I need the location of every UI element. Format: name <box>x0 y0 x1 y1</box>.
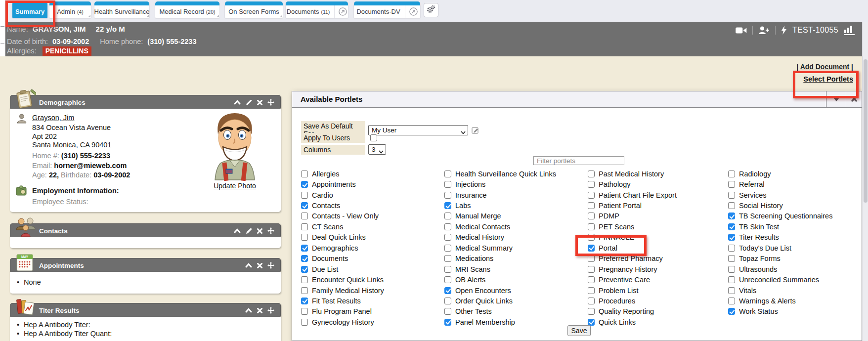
external-link-icon[interactable] <box>334 5 347 18</box>
checkbox-label[interactable]: Medical History <box>455 233 504 241</box>
checkbox-label[interactable]: Due List <box>312 265 338 273</box>
checkbox-label[interactable]: Procedures <box>599 297 635 305</box>
portlet-checkbox-row[interactable]: Fit Test Results <box>301 296 384 306</box>
checkbox[interactable] <box>301 245 308 252</box>
portlet-checkbox-row[interactable]: Health Surveillance Quick Links <box>444 169 556 179</box>
checkbox[interactable] <box>444 202 451 209</box>
tab-health-surveillance[interactable]: Health Surveillance <box>94 1 149 18</box>
checkbox[interactable] <box>588 276 595 283</box>
checkbox[interactable] <box>444 192 451 199</box>
checkbox-label[interactable]: Encounter Quick Links <box>312 276 384 284</box>
close-icon[interactable] <box>257 100 262 105</box>
close-icon[interactable] <box>257 263 262 268</box>
portlet-checkbox-row[interactable]: Pregnancy History <box>588 264 677 274</box>
checkbox[interactable] <box>728 266 735 273</box>
checkbox[interactable] <box>588 223 595 230</box>
portlet-checkbox-row[interactable]: Deal Quick Links <box>301 232 384 243</box>
checkbox[interactable] <box>444 213 451 219</box>
pencil-icon[interactable] <box>246 228 252 234</box>
portlet-checkbox-row[interactable]: Contacts - View Only <box>301 211 384 221</box>
checkbox-label[interactable]: Quick Links <box>599 318 636 326</box>
checkbox[interactable] <box>728 181 735 188</box>
checkbox[interactable] <box>728 192 735 199</box>
portlet-checkbox-row[interactable]: Topaz Forms <box>728 254 832 264</box>
portlet-checkbox-row[interactable]: Cardio <box>301 190 384 200</box>
checkbox[interactable] <box>444 234 451 241</box>
checkbox[interactable] <box>301 308 308 315</box>
portlet-checkbox-row[interactable]: Insurance <box>444 190 556 200</box>
portlet-checkbox-row[interactable]: Open Encounters <box>444 285 556 296</box>
portlet-checkbox-row[interactable]: Unreconciled Summaries <box>728 274 832 285</box>
checkbox[interactable] <box>301 287 308 294</box>
external-link-icon[interactable] <box>405 5 418 18</box>
checkbox[interactable] <box>588 202 595 209</box>
apply-to-users-checkbox[interactable] <box>370 134 377 141</box>
move-icon[interactable] <box>267 262 274 269</box>
portlet-checkbox-row[interactable]: Due List <box>301 264 384 274</box>
checkbox[interactable] <box>444 181 451 188</box>
checkbox[interactable] <box>301 181 308 188</box>
checkbox[interactable] <box>588 298 595 304</box>
checkbox-label[interactable]: Radiology <box>739 170 771 178</box>
checkbox[interactable] <box>728 213 735 219</box>
portlet-checkbox-row[interactable]: Demographics <box>301 243 384 253</box>
portlet-checkbox-row[interactable]: Problem List <box>588 285 677 296</box>
portlet-checkbox-row[interactable]: Medical Contacts <box>444 221 556 232</box>
checkbox[interactable] <box>728 298 735 304</box>
vertical-scrollbar[interactable] <box>862 22 868 341</box>
portlet-checkbox-row[interactable]: Procedures <box>588 296 677 306</box>
portlet-checkbox-row[interactable]: Manual Merge <box>444 211 556 221</box>
save-as-default-select[interactable]: My User <box>368 125 468 135</box>
portlet-checkbox-row[interactable]: Medical History <box>444 232 556 243</box>
checkbox-label[interactable]: Demographics <box>312 244 358 252</box>
checkbox[interactable] <box>728 255 735 262</box>
checkbox-label[interactable]: Manual Merge <box>455 212 501 220</box>
video-camera-icon[interactable] <box>736 27 747 34</box>
chevron-up-icon[interactable] <box>245 308 252 313</box>
checkbox-label[interactable]: Open Encounters <box>455 287 511 295</box>
portlet-checkbox-row[interactable]: Medications <box>444 254 556 264</box>
checkbox-label[interactable]: Gynecology History <box>312 318 374 326</box>
checkbox-label[interactable]: Pathology <box>599 180 631 188</box>
move-icon[interactable] <box>267 99 274 106</box>
portlet-checkbox-row[interactable]: PDMP <box>588 211 677 221</box>
tab-admin[interactable]: Admin (4) <box>49 1 91 18</box>
portlet-checkbox-row[interactable]: PET Scans <box>588 221 677 232</box>
checkbox[interactable] <box>728 223 735 230</box>
portlet-checkbox-row[interactable]: Pathology <box>588 179 677 189</box>
portlet-checkbox-row[interactable]: Work Status <box>728 306 832 317</box>
tab-on-screen-forms[interactable]: On Screen Forms <box>225 1 283 18</box>
checkbox[interactable] <box>444 276 451 283</box>
checkbox-label[interactable]: Past Medical History <box>599 170 664 178</box>
portlet-checkbox-row[interactable]: Labs <box>444 200 556 211</box>
checkbox[interactable] <box>588 192 595 199</box>
checkbox[interactable] <box>588 213 595 219</box>
edit-icon[interactable] <box>472 126 479 134</box>
checkbox-label[interactable]: PET Scans <box>599 223 634 231</box>
portlet-checkbox-row[interactable]: Injections <box>444 179 556 189</box>
checkbox-label[interactable]: Ultrasounds <box>739 265 777 273</box>
checkbox[interactable] <box>301 213 308 219</box>
portlet-checkbox-row[interactable]: Patient Portal <box>588 200 677 211</box>
checkbox-label[interactable]: Appointments <box>312 180 356 188</box>
checkbox[interactable] <box>444 170 451 177</box>
checkbox-label[interactable]: Family Medical History <box>312 287 384 295</box>
checkbox-label[interactable]: TB Skin Test <box>739 223 779 231</box>
checkbox[interactable] <box>588 266 595 273</box>
close-icon[interactable] <box>257 308 262 313</box>
portlet-header[interactable]: Titer Results <box>10 303 281 318</box>
dialog-header[interactable]: Available Portlets <box>292 91 862 108</box>
portlet-checkbox-row[interactable]: Panel Membership <box>444 317 556 327</box>
checkbox[interactable] <box>444 255 451 262</box>
checkbox-label[interactable]: Deal Quick Links <box>312 233 366 241</box>
checkbox[interactable] <box>444 266 451 273</box>
portlet-checkbox-row[interactable]: Radiology <box>728 169 832 179</box>
checkbox[interactable] <box>444 308 451 315</box>
checkbox-label[interactable]: Contacts <box>312 202 340 210</box>
portlet-checkbox-row[interactable]: Flu Program Panel <box>301 306 384 317</box>
portlet-checkbox-row[interactable]: Ultrasounds <box>728 264 832 274</box>
scrollbar-thumb[interactable] <box>864 59 868 203</box>
checkbox[interactable] <box>301 266 308 273</box>
checkbox-label[interactable]: Patient Chart File Export <box>599 191 677 199</box>
checkbox-label[interactable]: Allergies <box>312 170 340 178</box>
